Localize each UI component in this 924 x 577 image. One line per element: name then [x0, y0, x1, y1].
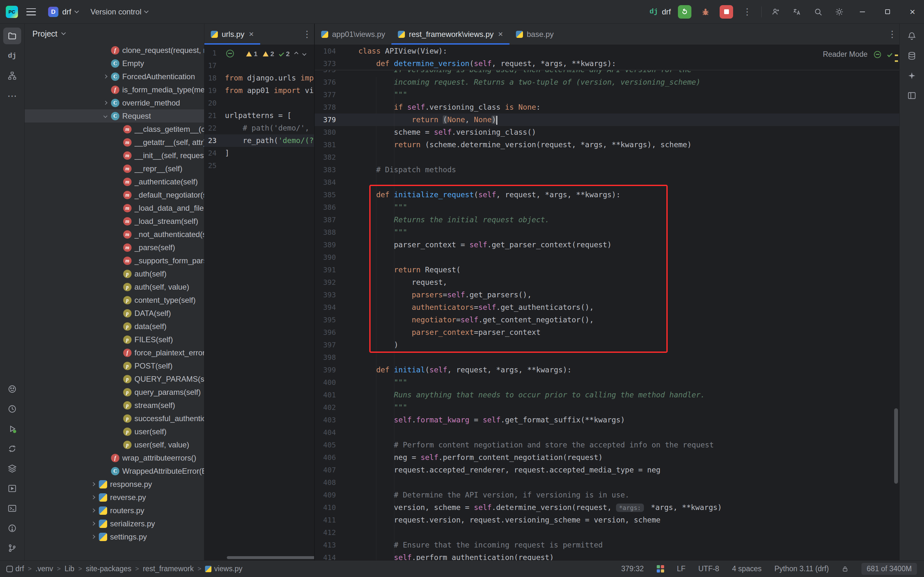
code-line-380[interactable]: 380 scheme = self.versioning_class() [315, 126, 899, 139]
chevron-collapsed-icon[interactable] [100, 75, 111, 78]
tab-options-kebab-icon[interactable]: ⋮ [300, 29, 314, 39]
code-line-412[interactable]: 412 [315, 526, 899, 539]
chevron-collapsed-icon[interactable] [87, 483, 99, 485]
code-line-402[interactable]: 402 """ [315, 401, 899, 414]
tree-item--load-data-and-files-s[interactable]: m_load_data_and_files(s [25, 201, 204, 214]
history-tool-button[interactable] [3, 401, 21, 417]
code-line-22[interactable]: 22 # path('demo/', views.DemoView.as_vie… [204, 122, 314, 134]
tab-rest-framework-views-py[interactable]: rest_framework\views.py × [392, 24, 509, 45]
chevron-expanded-icon[interactable] [100, 114, 111, 118]
chevron-collapsed-icon[interactable] [100, 102, 111, 104]
code-line-404[interactable]: 404 [315, 426, 899, 439]
tree-item--getattr-self-attr-[interactable]: m__getattr__(self, attr) [25, 136, 204, 149]
rerun-button[interactable] [678, 5, 692, 19]
code-line-391[interactable]: 391 return Request( [315, 264, 899, 276]
terminal-tool-button[interactable] [3, 500, 21, 517]
tree-item-auth-self-value-[interactable]: pauth(self, value) [25, 280, 204, 293]
code-line-24[interactable]: 24] [204, 147, 314, 160]
code-line-411[interactable]: 411 request.version, request.versioning_… [315, 514, 899, 526]
tree-item-data-self-[interactable]: pdata(self) [25, 320, 204, 333]
project-selector[interactable]: D drf [44, 4, 82, 19]
code-line-387[interactable]: 387 Returns the initial request object. [315, 214, 899, 226]
ok-badge[interactable]: 2 [279, 47, 290, 60]
tree-item-wrap-attributeerrors-[interactable]: fwrap_attributeerrors() [25, 451, 204, 464]
django-structure-tool-button[interactable]: dj [3, 47, 21, 64]
code-line-392[interactable]: 392 request, [315, 276, 899, 288]
code-line-383[interactable]: 383 # Dispatch methods [315, 164, 899, 176]
folded-region-icon[interactable] [226, 50, 234, 57]
python-console-tool-button[interactable] [3, 440, 21, 457]
database-tool-button[interactable] [903, 47, 921, 64]
breadcrumb-views-py[interactable]: views.py [205, 564, 242, 573]
breadcrumb-site-packages[interactable]: site-packages [86, 564, 132, 573]
breadcrumb-project[interactable]: drf [6, 564, 24, 573]
code-line-401[interactable]: 401 Runs anything that needs to occur pr… [315, 389, 899, 401]
code-line-394[interactable]: 394 authenticators=self.get_authenticato… [315, 301, 899, 314]
tree-item-force-plaintext-errors-[interactable]: fforce_plaintext_errors( [25, 346, 204, 359]
code-line-23[interactable]: 23 re_path('demo/(?P<version>[v1|v2]+)/' [204, 134, 314, 147]
run-configuration-selector[interactable]: dj drf [650, 7, 671, 16]
breadcrumb-rest-framework[interactable]: rest_framework [143, 564, 194, 573]
chevron-collapsed-icon[interactable] [87, 535, 99, 538]
minimize-button[interactable] [853, 5, 871, 19]
tab-close-icon[interactable]: × [249, 29, 254, 39]
tree-item-data-self-[interactable]: pDATA(self) [25, 306, 204, 320]
code-with-me-button[interactable] [769, 5, 783, 19]
code-line-382[interactable]: 382 [315, 151, 899, 164]
indent-widget[interactable]: 4 spaces [732, 564, 762, 573]
plugin-status-icon[interactable] [657, 565, 664, 572]
tree-item-auth-self-[interactable]: pauth(self) [25, 267, 204, 280]
tree-item--init-self-request-p[interactable]: m__init__(self, request, p [25, 149, 204, 162]
assistant-tool-button[interactable] [3, 381, 21, 397]
more-tool-windows-button[interactable]: ⋯ [3, 87, 21, 104]
tree-item--authenticate-self-[interactable]: m_authenticate(self) [25, 175, 204, 188]
code-line-399[interactable]: 399 def initial(self, request, *args, **… [315, 364, 899, 376]
tab-base-py[interactable]: base.py [510, 24, 560, 45]
code-line-406[interactable]: 406 neg = self.perform_content_negotiati… [315, 451, 899, 464]
code-line-400[interactable]: 400 """ [315, 376, 899, 389]
code-line-20[interactable]: 20 [204, 97, 314, 110]
sticky-line-104[interactable]: 104class APIView(View): [315, 45, 899, 57]
debug-button[interactable] [698, 5, 713, 19]
tree-item-request[interactable]: CRequest [25, 110, 204, 122]
code-line-390[interactable]: 390 [315, 251, 899, 264]
code-line-378[interactable]: 378 if self.versioning_class is None: [315, 101, 899, 114]
tree-item-empty[interactable]: CEmpty [25, 57, 204, 70]
code-line-395[interactable]: 395 negotiator=self.get_content_negotiat… [315, 314, 899, 326]
code-line-381[interactable]: 381 return (scheme.determine_version(req… [315, 139, 899, 151]
right-editor[interactable]: 375 If versioning is being used, then de… [315, 45, 899, 560]
code-line-25[interactable]: 25 [204, 160, 314, 172]
python-packages-tool-button[interactable] [3, 460, 21, 477]
tree-item--parse-self-[interactable]: m_parse(self) [25, 241, 204, 254]
tab-app01-views-py[interactable]: app01\views.py [315, 24, 392, 45]
line-separator-widget[interactable]: LF [677, 564, 685, 573]
interpreter-widget[interactable]: Python 3.11 (drf) [774, 564, 829, 573]
encoding-widget[interactable]: UTF-8 [698, 564, 719, 573]
toolbar-more-kebab-icon[interactable]: ⋮ [740, 6, 754, 17]
warning-badge[interactable]: 1 [246, 47, 258, 60]
stop-button[interactable] [720, 5, 733, 19]
code-line-397[interactable]: 397 ) [315, 339, 899, 351]
left-editor[interactable]: 11718from django.urls import path19from … [204, 45, 314, 560]
settings-button[interactable] [832, 5, 847, 19]
code-line-379[interactable]: 379 return (None, None) [315, 114, 899, 126]
code-line-18[interactable]: 18from django.urls import path [204, 72, 314, 84]
services-tool-button[interactable] [3, 480, 21, 497]
reader-mode-toggle[interactable]: Reader Mode [823, 48, 868, 61]
close-window-button[interactable]: × [903, 5, 921, 19]
code-line-414[interactable]: 414 self.perform_authentication(request) [315, 551, 899, 560]
tab-urls-py[interactable]: urls.py × [204, 24, 260, 45]
vcs-menu[interactable]: Version control [90, 7, 148, 16]
code-line-377[interactable]: 377 """ [315, 89, 899, 101]
code-line-388[interactable]: 388 """ [315, 226, 899, 239]
tree-item--not-authenticated-se[interactable]: m_not_authenticated(se [25, 228, 204, 241]
version-control-tool-button[interactable] [3, 540, 21, 556]
caret-position-widget[interactable]: 379:32 [621, 564, 643, 573]
code-line-389[interactable]: 389 parser_context = self.get_parser_con… [315, 239, 899, 251]
tree-item-serializers-py[interactable]: serializers.py [25, 517, 204, 530]
code-line-17[interactable]: 17 [204, 59, 314, 72]
tree-item--class-getitem-cls-[interactable]: m__class_getitem__(cls, [25, 122, 204, 136]
project-panel-header[interactable]: Project [25, 24, 204, 44]
tree-item-forcedauthentication[interactable]: CForcedAuthentication [25, 70, 204, 83]
code-line-19[interactable]: 19from app01 import views [204, 84, 314, 97]
